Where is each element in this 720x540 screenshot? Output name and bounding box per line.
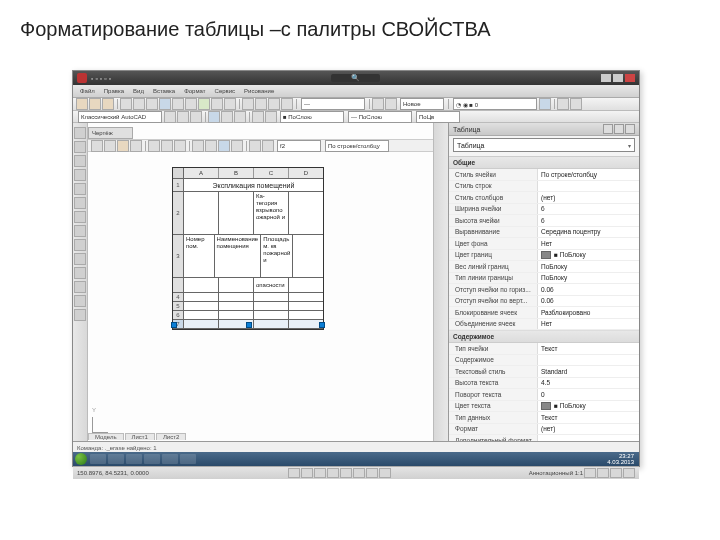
tool-btn[interactable] [249,140,261,152]
tool-btn[interactable] [177,111,189,123]
panel-pin-icon[interactable] [614,124,624,134]
tool-btn[interactable] [172,98,184,110]
tool-btn[interactable] [218,140,230,152]
status-btn[interactable] [584,468,596,478]
table-row[interactable]: 6 [173,311,323,320]
property-row[interactable]: Вес линий границПоБлоку [449,261,639,273]
tool-btn[interactable] [91,140,103,152]
tool-btn[interactable] [221,111,233,123]
property-row[interactable]: Тип линии границыПоБлоку [449,273,639,285]
tab-layout1[interactable]: Лист1 [125,433,155,440]
task-item[interactable] [180,454,196,464]
tool-btn[interactable] [174,140,186,152]
draw-tool[interactable] [74,239,86,251]
tool-btn[interactable] [198,98,210,110]
layer-btn[interactable] [539,98,551,110]
status-btn[interactable] [301,468,313,478]
menu-format[interactable]: Формат [181,88,208,94]
tool-btn[interactable] [265,111,277,123]
group-cell[interactable]: Содержимое [449,331,639,343]
tool-btn[interactable] [120,98,132,110]
menu-edit[interactable]: Правка [101,88,127,94]
panel-menu-icon[interactable] [603,124,613,134]
drawing-canvas[interactable]: Чертёж f2 По строке/столбцу [88,123,433,441]
draw-tool[interactable] [74,281,86,293]
tool-btn[interactable] [164,111,176,123]
draw-tool[interactable] [74,169,86,181]
task-item[interactable] [144,454,160,464]
menu-view[interactable]: Вид [130,88,147,94]
plot-dropdown[interactable]: ПоЦв [416,111,460,123]
draw-tool[interactable] [74,267,86,279]
tool-btn[interactable] [190,111,202,123]
tab-model[interactable]: Модель [88,433,124,440]
draw-tool[interactable] [74,225,86,237]
property-row[interactable]: Тип ячейкиТекст [449,343,639,355]
task-item[interactable] [108,454,124,464]
status-btn[interactable] [314,468,326,478]
scale-dropdown[interactable]: — [301,98,365,110]
tool-btn[interactable] [146,98,158,110]
draw-tool[interactable] [74,295,86,307]
tool-btn[interactable] [104,140,116,152]
lineweight-dropdown[interactable]: — ПоСлою [348,111,412,123]
tool-btn[interactable] [252,111,264,123]
table-title-row[interactable]: 1 Экспликация помещений [173,179,323,192]
property-row[interactable]: Цвет текста■ ПоБлоку [449,401,639,413]
selection-handle[interactable] [319,322,325,328]
draw-tool[interactable] [74,253,86,265]
tool-btn[interactable] [231,140,243,152]
tool-btn[interactable] [372,98,384,110]
status-btn[interactable] [288,468,300,478]
tool-btn[interactable] [262,140,274,152]
status-btn[interactable] [327,468,339,478]
task-item[interactable] [162,454,178,464]
property-row[interactable]: Содержимое [449,355,639,367]
property-row[interactable]: Дополнительный формат [449,435,639,441]
file-tab[interactable]: Чертёж [88,127,133,139]
property-row[interactable]: Объединение ячеекНет [449,319,639,331]
draw-tool[interactable] [74,127,86,139]
table-row[interactable]: опасности [173,278,323,293]
property-row[interactable]: Текстовый стильStandard [449,366,639,378]
menu-tools[interactable]: Сервис [212,88,239,94]
property-row[interactable]: Цвет границ■ ПоБлоку [449,250,639,262]
color-dropdown[interactable]: ■ ПоСлою [280,111,344,123]
property-row[interactable]: Поворот текста0 [449,389,639,401]
search-box[interactable]: 🔍 [331,74,380,82]
tool-btn[interactable] [205,140,217,152]
group-general[interactable]: Общие [449,157,639,169]
task-item[interactable] [126,454,142,464]
cell-format[interactable]: f2 [277,140,321,152]
tool-btn[interactable] [224,98,236,110]
property-row[interactable]: Блокирование ячеекРазблокировано [449,307,639,319]
property-row[interactable]: Формат(нет) [449,424,639,436]
tool-btn[interactable] [570,98,582,110]
tool-btn[interactable] [281,98,293,110]
tool-btn[interactable] [130,140,142,152]
tool-btn[interactable] [148,140,160,152]
selection-handle[interactable] [171,322,177,328]
new-icon[interactable] [76,98,88,110]
tool-btn[interactable] [192,140,204,152]
draw-tool[interactable] [74,183,86,195]
draw-tool[interactable] [74,141,86,153]
table-row[interactable]: 4 [173,293,323,302]
tool-btn[interactable] [255,98,267,110]
status-btn[interactable] [597,468,609,478]
layer-state[interactable]: Новое [400,98,444,110]
property-row[interactable]: Высота ячейки6 [449,215,639,227]
tool-btn[interactable] [234,111,246,123]
table-row-selected[interactable]: 7 [173,320,323,329]
linetype-dropdown[interactable]: Классический AutoCAD [78,111,162,123]
status-btn[interactable] [353,468,365,478]
tab-layout2[interactable]: Лист2 [156,433,186,440]
close-button[interactable] [625,74,635,82]
minimize-button[interactable] [601,74,611,82]
layer-dropdown[interactable]: ◔ ◉ ■ 0 [453,98,537,110]
status-btn[interactable] [623,468,635,478]
table-row[interactable]: 2 Ка-тегориявзрывопоожарной и [173,192,323,235]
maximize-button[interactable] [613,74,623,82]
property-row[interactable]: Высота текста4.5 [449,378,639,390]
table-row[interactable]: 5 [173,302,323,311]
